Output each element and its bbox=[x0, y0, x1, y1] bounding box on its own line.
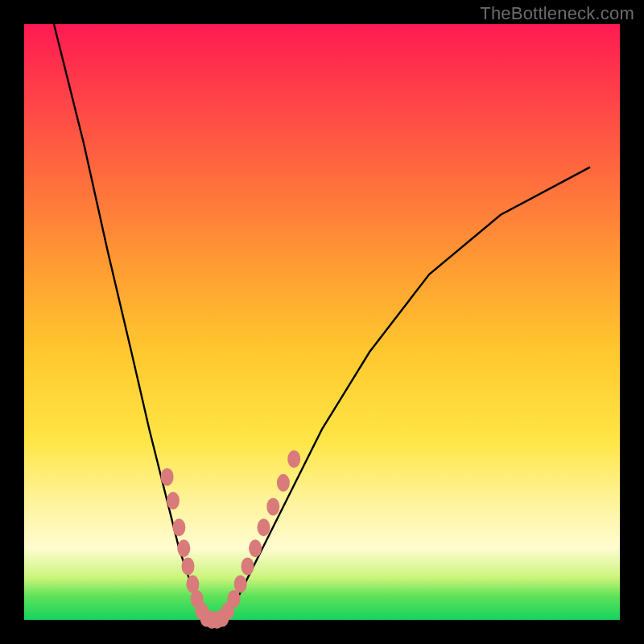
highlight-dot bbox=[249, 539, 262, 557]
highlight-dot bbox=[228, 590, 241, 608]
highlight-dot bbox=[161, 468, 174, 485]
highlight-dot bbox=[277, 474, 290, 492]
highlight-dot bbox=[266, 497, 279, 515]
highlight-dots bbox=[161, 450, 301, 629]
bottleneck-curve bbox=[54, 24, 590, 620]
highlight-dot bbox=[234, 576, 247, 593]
chart-svg bbox=[24, 24, 620, 620]
highlight-dot bbox=[182, 557, 195, 575]
highlight-dot bbox=[242, 557, 254, 575]
highlight-dot bbox=[172, 518, 185, 536]
highlight-dot bbox=[177, 539, 190, 557]
watermark-text: TheBottleneck.com bbox=[480, 3, 634, 24]
highlight-dot bbox=[167, 492, 180, 510]
plot-area bbox=[24, 24, 620, 620]
highlight-dot bbox=[287, 450, 300, 468]
outer-frame: TheBottleneck.com bbox=[0, 0, 644, 644]
highlight-dot bbox=[258, 518, 270, 536]
